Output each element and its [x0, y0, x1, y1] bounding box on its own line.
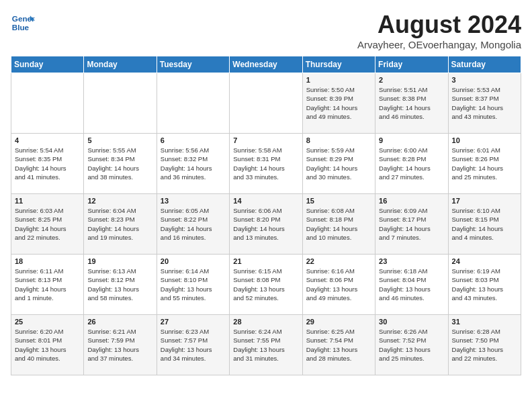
day-info: Sunrise: 6:09 AM Sunset: 8:17 PM Dayligh… — [379, 206, 444, 242]
day-info: Sunrise: 6:19 AM Sunset: 8:03 PM Dayligh… — [452, 267, 517, 302]
day-number: 23 — [379, 257, 444, 265]
day-number: 18 — [15, 257, 80, 265]
day-info: Sunrise: 5:59 AM Sunset: 8:29 PM Dayligh… — [306, 146, 371, 181]
svg-text:Blue: Blue — [12, 23, 30, 32]
day-info: Sunrise: 6:01 AM Sunset: 8:26 PM Dayligh… — [452, 146, 517, 181]
day-number: 22 — [306, 257, 371, 265]
logo: General Blue — [11, 11, 35, 35]
day-info: Sunrise: 5:51 AM Sunset: 8:38 PM Dayligh… — [379, 85, 444, 121]
day-number: 4 — [15, 136, 80, 144]
day-info: Sunrise: 6:13 AM Sunset: 8:12 PM Dayligh… — [87, 267, 152, 302]
day-number: 30 — [379, 318, 444, 326]
day-info: Sunrise: 6:18 AM Sunset: 8:04 PM Dayligh… — [379, 267, 444, 302]
location: Arvayheer, OEvoerhangay, Mongolia — [357, 39, 521, 50]
calendar-cell: 6Sunrise: 5:56 AM Sunset: 8:32 PM Daylig… — [157, 134, 229, 194]
month-title: August 2024 — [357, 11, 521, 39]
day-info: Sunrise: 6:08 AM Sunset: 8:18 PM Dayligh… — [306, 206, 371, 242]
calendar-cell — [11, 73, 84, 134]
day-info: Sunrise: 6:06 AM Sunset: 8:20 PM Dayligh… — [233, 206, 298, 242]
day-info: Sunrise: 5:53 AM Sunset: 8:37 PM Dayligh… — [452, 85, 517, 121]
weekday-header-tuesday: Tuesday — [157, 56, 229, 73]
day-number: 9 — [379, 136, 444, 144]
day-info: Sunrise: 6:03 AM Sunset: 8:25 PM Dayligh… — [15, 206, 80, 242]
weekday-header-thursday: Thursday — [302, 56, 375, 73]
calendar-cell: 15Sunrise: 6:08 AM Sunset: 8:18 PM Dayli… — [302, 194, 375, 255]
calendar-cell: 19Sunrise: 6:13 AM Sunset: 8:12 PM Dayli… — [84, 255, 157, 315]
day-info: Sunrise: 6:26 AM Sunset: 7:52 PM Dayligh… — [379, 327, 444, 363]
calendar-cell: 18Sunrise: 6:11 AM Sunset: 8:13 PM Dayli… — [11, 255, 84, 315]
day-number: 11 — [15, 197, 80, 205]
calendar-cell: 16Sunrise: 6:09 AM Sunset: 8:17 PM Dayli… — [375, 194, 448, 255]
day-info: Sunrise: 6:21 AM Sunset: 7:59 PM Dayligh… — [87, 327, 152, 363]
page-header: General Blue August 2024 Arvayheer, OEvo… — [11, 11, 521, 50]
day-info: Sunrise: 6:11 AM Sunset: 8:13 PM Dayligh… — [15, 267, 80, 302]
weekday-header-monday: Monday — [84, 56, 157, 73]
day-info: Sunrise: 5:50 AM Sunset: 8:39 PM Dayligh… — [306, 85, 371, 121]
day-info: Sunrise: 5:54 AM Sunset: 8:35 PM Dayligh… — [15, 146, 80, 181]
calendar-cell: 30Sunrise: 6:26 AM Sunset: 7:52 PM Dayli… — [375, 315, 448, 375]
day-number: 13 — [161, 197, 226, 205]
calendar-cell: 13Sunrise: 6:05 AM Sunset: 8:22 PM Dayli… — [157, 194, 229, 255]
calendar-cell: 14Sunrise: 6:06 AM Sunset: 8:20 PM Dayli… — [230, 194, 302, 255]
day-number: 26 — [87, 318, 152, 326]
day-number: 5 — [87, 136, 152, 144]
day-number: 8 — [306, 136, 371, 144]
day-number: 6 — [161, 136, 226, 144]
day-number: 10 — [452, 136, 517, 144]
calendar-cell: 3Sunrise: 5:53 AM Sunset: 8:37 PM Daylig… — [448, 73, 521, 134]
day-info: Sunrise: 6:15 AM Sunset: 8:08 PM Dayligh… — [233, 267, 298, 302]
day-info: Sunrise: 6:10 AM Sunset: 8:15 PM Dayligh… — [452, 206, 517, 242]
calendar-cell: 22Sunrise: 6:16 AM Sunset: 8:06 PM Dayli… — [302, 255, 375, 315]
calendar-cell: 17Sunrise: 6:10 AM Sunset: 8:15 PM Dayli… — [448, 194, 521, 255]
title-area: August 2024 Arvayheer, OEvoerhangay, Mon… — [357, 11, 521, 50]
day-info: Sunrise: 6:04 AM Sunset: 8:23 PM Dayligh… — [87, 206, 152, 242]
calendar-cell: 31Sunrise: 6:28 AM Sunset: 7:50 PM Dayli… — [448, 315, 521, 375]
calendar-cell: 20Sunrise: 6:14 AM Sunset: 8:10 PM Dayli… — [157, 255, 229, 315]
day-number: 7 — [233, 136, 298, 144]
weekday-header-sunday: Sunday — [11, 56, 84, 73]
logo-icon: General Blue — [11, 11, 35, 35]
day-info: Sunrise: 6:24 AM Sunset: 7:55 PM Dayligh… — [233, 327, 298, 363]
calendar-cell — [84, 73, 157, 134]
day-number: 19 — [87, 257, 152, 265]
day-number: 27 — [161, 318, 226, 326]
calendar-cell: 24Sunrise: 6:19 AM Sunset: 8:03 PM Dayli… — [448, 255, 521, 315]
day-info: Sunrise: 6:14 AM Sunset: 8:10 PM Dayligh… — [161, 267, 226, 302]
day-number: 3 — [452, 76, 517, 84]
calendar-cell: 25Sunrise: 6:20 AM Sunset: 8:01 PM Dayli… — [11, 315, 84, 375]
calendar-cell: 21Sunrise: 6:15 AM Sunset: 8:08 PM Dayli… — [230, 255, 302, 315]
weekday-header-saturday: Saturday — [448, 56, 521, 73]
calendar-cell: 28Sunrise: 6:24 AM Sunset: 7:55 PM Dayli… — [230, 315, 302, 375]
calendar-cell: 2Sunrise: 5:51 AM Sunset: 8:38 PM Daylig… — [375, 73, 448, 134]
calendar-cell: 11Sunrise: 6:03 AM Sunset: 8:25 PM Dayli… — [11, 194, 84, 255]
calendar-cell: 5Sunrise: 5:55 AM Sunset: 8:34 PM Daylig… — [84, 134, 157, 194]
day-number: 21 — [233, 257, 298, 265]
day-info: Sunrise: 6:23 AM Sunset: 7:57 PM Dayligh… — [161, 327, 226, 363]
day-number: 15 — [306, 197, 371, 205]
day-number: 25 — [15, 318, 80, 326]
day-info: Sunrise: 6:28 AM Sunset: 7:50 PM Dayligh… — [452, 327, 517, 363]
weekday-header-wednesday: Wednesday — [230, 56, 302, 73]
calendar-cell: 23Sunrise: 6:18 AM Sunset: 8:04 PM Dayli… — [375, 255, 448, 315]
calendar-cell: 7Sunrise: 5:58 AM Sunset: 8:31 PM Daylig… — [230, 134, 302, 194]
day-number: 17 — [452, 197, 517, 205]
calendar-cell — [230, 73, 302, 134]
calendar-cell: 1Sunrise: 5:50 AM Sunset: 8:39 PM Daylig… — [302, 73, 375, 134]
day-info: Sunrise: 5:56 AM Sunset: 8:32 PM Dayligh… — [161, 146, 226, 181]
calendar-cell: 29Sunrise: 6:25 AM Sunset: 7:54 PM Dayli… — [302, 315, 375, 375]
day-number: 16 — [379, 197, 444, 205]
day-number: 24 — [452, 257, 517, 265]
day-number: 1 — [306, 76, 371, 84]
day-number: 29 — [306, 318, 371, 326]
day-info: Sunrise: 6:20 AM Sunset: 8:01 PM Dayligh… — [15, 327, 80, 363]
calendar-table: SundayMondayTuesdayWednesdayThursdayFrid… — [11, 56, 521, 375]
day-info: Sunrise: 6:25 AM Sunset: 7:54 PM Dayligh… — [306, 327, 371, 363]
day-number: 20 — [161, 257, 226, 265]
day-info: Sunrise: 6:00 AM Sunset: 8:28 PM Dayligh… — [379, 146, 444, 181]
day-number: 31 — [452, 318, 517, 326]
day-number: 14 — [233, 197, 298, 205]
day-number: 12 — [87, 197, 152, 205]
day-info: Sunrise: 6:16 AM Sunset: 8:06 PM Dayligh… — [306, 267, 371, 302]
day-info: Sunrise: 6:05 AM Sunset: 8:22 PM Dayligh… — [161, 206, 226, 242]
weekday-header-friday: Friday — [375, 56, 448, 73]
